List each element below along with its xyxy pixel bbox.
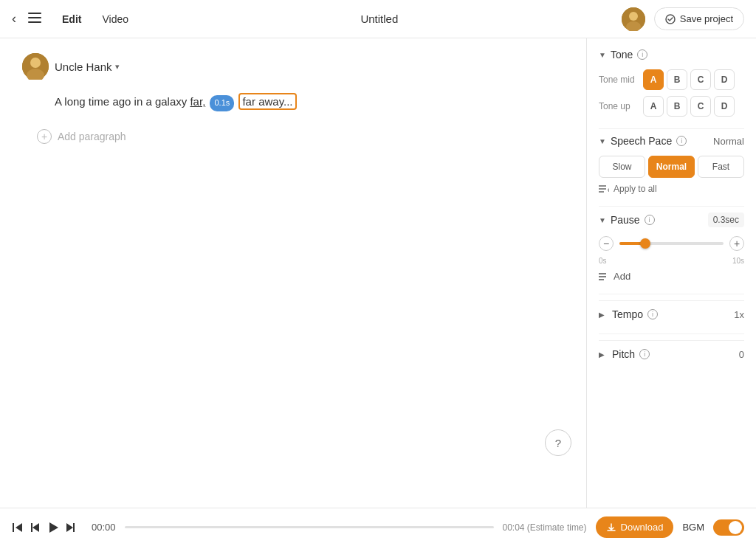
pause-slider-labels: 0s 10s [599, 257, 744, 265]
pace-slow-button[interactable]: Slow [599, 156, 645, 178]
svg-text:+: + [607, 187, 609, 193]
help-button[interactable]: ? [545, 429, 571, 456]
svg-rect-20 [31, 523, 32, 532]
skip-to-start-button[interactable] [12, 522, 24, 533]
speaker-name-text: Uncle Hank [55, 61, 112, 73]
pause-section: ▼ Pause i 0.3sec − + 0s 10s Add [599, 212, 744, 282]
header: ‹ Edit Video Untitled Save project [0, 0, 756, 38]
sidebar: ▼ Tone i Tone mid A B C D Tone up A B C [586, 38, 756, 508]
tempo-label: Tempo [612, 308, 643, 320]
pause-badge[interactable]: 0.1s [210, 95, 234, 111]
speaker-dropdown-arrow: ▾ [115, 62, 120, 72]
bgm-toggle[interactable] [713, 519, 744, 536]
tempo-collapse-arrow: ▶ [599, 311, 605, 319]
pause-collapse-arrow: ▼ [599, 216, 606, 224]
nav-tabs: Edit Video [53, 9, 137, 30]
save-project-button[interactable]: Save project [654, 7, 744, 30]
tone-up-btn-a[interactable]: A [643, 96, 664, 117]
back-button[interactable]: ‹ [12, 11, 16, 27]
apply-all-button[interactable]: + Apply to all [599, 184, 744, 194]
skip-forward-button[interactable] [65, 522, 77, 533]
tone-section-header[interactable]: ▼ Tone i [599, 49, 744, 61]
svg-rect-1 [28, 17, 41, 18]
speaker-avatar [22, 53, 49, 80]
svg-point-4 [629, 12, 638, 21]
tone-mid-label: Tone mid [599, 75, 643, 85]
tone-up-btn-d[interactable]: D [714, 96, 735, 117]
pause-slider-container: − + [599, 236, 744, 251]
pause-minus-button[interactable]: − [599, 236, 614, 251]
tempo-info-icon: i [647, 309, 658, 319]
apply-all-label: Apply to all [614, 184, 657, 194]
editor-area: Uncle Hank ▾ A long time ago in a galaxy… [0, 38, 586, 508]
bgm-toggle-slider [713, 519, 744, 536]
add-paragraph-label: Add paragraph [58, 131, 126, 142]
header-right: Save project [622, 7, 744, 31]
pause-info-icon: i [645, 215, 655, 225]
pause-min-label: 0s [599, 257, 607, 265]
download-label: Download [621, 522, 664, 533]
add-paragraph-button[interactable]: + Add paragraph [22, 129, 564, 144]
speaker-name[interactable]: Uncle Hank ▾ [55, 61, 120, 73]
text-before: A long time ago in a galaxy [55, 95, 190, 108]
tempo-section: ▶ Tempo i 1x [599, 300, 744, 328]
tone-mid-buttons: A B C D [643, 69, 735, 90]
tone-up-btn-b[interactable]: B [667, 96, 687, 117]
download-button[interactable]: Download [596, 516, 674, 538]
pause-add-button[interactable]: Add [599, 271, 744, 282]
pitch-collapse-arrow: ▶ [599, 350, 605, 359]
text-content: A long time ago in a galaxy far, 0.1s fa… [22, 91, 564, 111]
speech-pace-header[interactable]: ▼ Speech Pace i Normal [599, 135, 744, 147]
tab-edit[interactable]: Edit [53, 9, 90, 30]
tone-collapse-arrow: ▼ [599, 51, 606, 59]
bgm-label: BGM [682, 522, 704, 533]
pitch-value: 0 [739, 349, 744, 360]
save-project-label: Save project [680, 13, 733, 24]
skip-back-button[interactable] [30, 522, 41, 533]
pause-slider-track[interactable] [619, 242, 724, 245]
pitch-info-icon: i [639, 349, 650, 359]
tempo-value: 1x [734, 309, 744, 320]
progress-bar[interactable] [125, 526, 494, 528]
tone-mid-btn-b[interactable]: B [667, 69, 687, 90]
tempo-section-header[interactable]: ▶ Tempo i 1x [599, 308, 744, 320]
tone-up-buttons: A B C D [643, 96, 735, 117]
tone-label: Tone [611, 49, 633, 61]
tone-up-row: Tone up A B C D [599, 96, 744, 117]
pace-normal-button[interactable]: Normal [648, 156, 695, 178]
speaker-row: Uncle Hank ▾ [22, 53, 564, 80]
svg-rect-0 [28, 13, 41, 14]
svg-marker-22 [66, 523, 73, 532]
pause-value: 0.3sec [708, 212, 744, 227]
tab-video[interactable]: Video [93, 9, 137, 30]
svg-rect-23 [73, 523, 75, 532]
menu-button[interactable] [28, 13, 41, 26]
speech-pace-label: Speech Pace [611, 135, 672, 147]
pitch-section-header[interactable]: ▶ Pitch i 0 [599, 348, 744, 360]
pause-label: Pause [611, 214, 640, 226]
highlighted-word[interactable]: far away... [238, 93, 296, 110]
tone-mid-row: Tone mid A B C D [599, 69, 744, 90]
tone-mid-btn-c[interactable]: C [690, 69, 711, 90]
tone-info-icon: i [637, 49, 647, 60]
tone-mid-btn-d[interactable]: D [714, 69, 735, 90]
header-title: Untitled [137, 13, 622, 25]
pause-slider-thumb[interactable] [640, 238, 650, 249]
pause-add-label: Add [614, 271, 630, 282]
svg-rect-2 [28, 21, 41, 23]
tone-up-btn-c[interactable]: C [690, 96, 711, 117]
svg-point-8 [30, 58, 41, 68]
pause-plus-button[interactable]: + [729, 236, 744, 251]
pace-buttons: Slow Normal Fast [599, 156, 744, 178]
pace-fast-button[interactable]: Fast [698, 156, 744, 178]
bottom-bar: 00:00 00:04 (Estimate time) Download BGM [0, 508, 756, 546]
svg-marker-21 [49, 522, 58, 533]
pause-section-header[interactable]: ▼ Pause i 0.3sec [599, 212, 744, 227]
tone-mid-btn-a[interactable]: A [643, 69, 664, 90]
svg-marker-19 [32, 523, 39, 532]
time-estimate: 00:04 (Estimate time) [503, 522, 587, 533]
speech-pace-value: Normal [713, 136, 744, 147]
speech-pace-info-icon: i [676, 136, 687, 146]
play-button[interactable] [47, 522, 59, 533]
speech-pace-section: ▼ Speech Pace i Normal Slow Normal Fast … [599, 135, 744, 194]
